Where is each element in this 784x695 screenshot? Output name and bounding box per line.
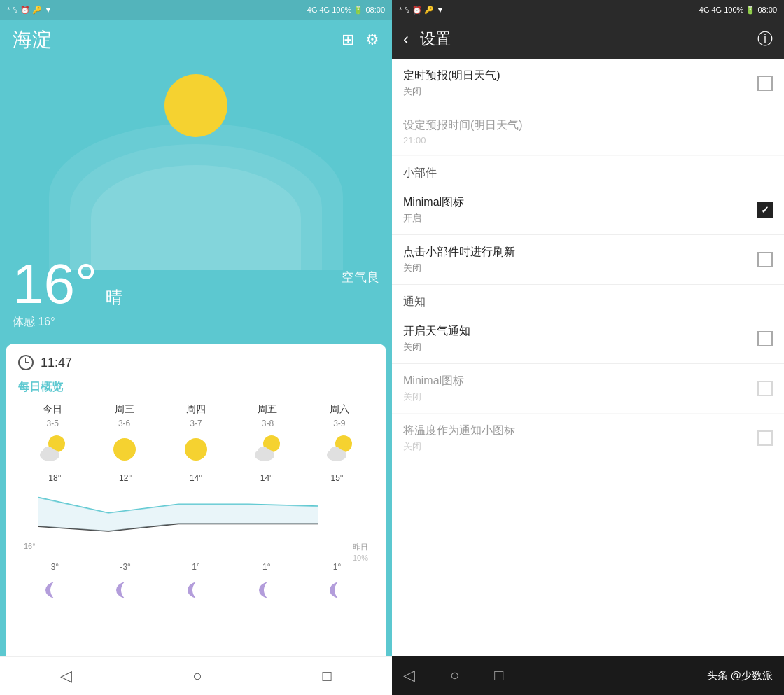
settings-item-title-5: Minimal图标 xyxy=(403,374,757,388)
forecast-icon-0 xyxy=(37,434,68,465)
grid-icon[interactable]: ⊞ xyxy=(342,31,354,49)
forecast-day-2: 周四 xyxy=(186,403,206,416)
time-display: 11:47 xyxy=(41,356,72,370)
home-nav-icon-left[interactable]: ○ xyxy=(192,667,202,685)
svg-point-2 xyxy=(43,447,54,458)
right-panel: * ℕ ⏰ 🔑 ▼ 4G 4G 100% 🔋 08:00 ‹ 设置 ⓘ 定时预报… xyxy=(392,0,784,695)
status-bar-left: * ℕ ⏰ 🔑 ▼ 4G 4G 100% 🔋 08:00 xyxy=(0,0,392,20)
high-2: 14° xyxy=(161,473,232,483)
status-icons-right: * ℕ ⏰ 🔑 ▼ xyxy=(399,6,444,15)
recent-nav-icon-left[interactable]: □ xyxy=(323,667,332,685)
sky-area xyxy=(0,60,392,256)
nav-bar-right: ◁ ○ □ 头条 @少数派 xyxy=(392,656,784,695)
info-icon[interactable]: ⓘ xyxy=(757,29,773,50)
weather-card: 11:47 每日概览 今日 3-5 周三 3-6 xyxy=(6,344,386,656)
svg-point-4 xyxy=(185,438,207,461)
settings-item-title-1: 设定预报时间(明日天气) xyxy=(403,118,773,133)
nav-bar-left: ◁ ○ □ xyxy=(0,656,392,695)
settings-item-title-4: 开启天气通知 xyxy=(403,324,757,339)
temp-row: 16° 晴 体感 16° 空气良 xyxy=(13,256,379,330)
forecast-date-0: 3-5 xyxy=(47,419,59,428)
forecast-date-4: 3-9 xyxy=(333,419,345,428)
svg-point-10 xyxy=(330,447,341,458)
settings-item-text-5: Minimal图标 关闭 xyxy=(403,374,757,403)
settings-item-scheduled-forecast[interactable]: 定时预报(明日天气) 关闭 xyxy=(392,59,784,108)
moon-icon-3 xyxy=(253,576,281,604)
forecast-icon-2 xyxy=(181,434,211,465)
forecast-col-1: 周三 3-6 xyxy=(90,403,158,468)
top-bar-left: 海淀 ⊞ ⚙ xyxy=(0,20,392,60)
settings-item-subtitle-3: 关闭 xyxy=(403,262,757,274)
moon-icon-2 xyxy=(182,576,210,604)
settings-item-text-6: 将温度作为通知小图标 关闭 xyxy=(403,423,757,453)
settings-title: 设置 xyxy=(420,29,746,50)
home-nav-icon-right[interactable]: ○ xyxy=(450,666,459,685)
back-button[interactable]: ‹ xyxy=(403,29,409,49)
settings-item-minimal-widget[interactable]: Minimal图标 开启 xyxy=(392,185,784,235)
graph-container: 16° 昨日 10% xyxy=(18,483,374,562)
temperature: 16° xyxy=(13,253,97,315)
settings-item-title-6: 将温度作为通知小图标 xyxy=(403,423,757,438)
settings-item-weather-notification[interactable]: 开启天气通知 关闭 xyxy=(392,314,784,364)
settings-item-title-2: Minimal图标 xyxy=(403,195,757,210)
settings-item-set-time: 设定预报时间(明日天气) 21:00 xyxy=(392,108,784,156)
checkbox-0[interactable] xyxy=(757,76,773,91)
arc3 xyxy=(91,165,301,270)
moon-icon-0 xyxy=(40,576,68,604)
watermark: 头条 @少数派 xyxy=(707,669,773,682)
svg-point-7 xyxy=(258,447,269,458)
forecast-icon-4 xyxy=(324,434,355,465)
settings-content: 定时预报(明日天气) 关闭 设定预报时间(明日天气) 21:00 小部件 Min… xyxy=(392,59,784,656)
settings-item-subtitle-0: 关闭 xyxy=(403,85,757,98)
feels-like: 体感 16° xyxy=(13,315,122,330)
forecast-date-2: 3-7 xyxy=(190,419,202,428)
high-4: 15° xyxy=(302,473,372,483)
weather-desc: 晴 xyxy=(106,288,122,307)
temp-low-row: 3° -3° 1° 1° 1° xyxy=(18,562,374,572)
section-widget: 小部件 xyxy=(392,156,784,185)
nav-bar-right-left: ◁ ○ □ xyxy=(403,666,504,685)
settings-item-text-1: 设定预报时间(明日天气) 21:00 xyxy=(403,118,773,146)
checkbox-5 xyxy=(757,381,773,396)
svg-marker-11 xyxy=(38,498,318,531)
settings-item-subtitle-5: 关闭 xyxy=(403,391,757,403)
recent-nav-icon-right[interactable]: □ xyxy=(494,666,503,685)
status-right-right: 4G 4G 100% 🔋 08:00 xyxy=(699,6,777,15)
settings-item-minimal-notification: Minimal图标 关闭 xyxy=(392,364,784,414)
high-3: 14° xyxy=(231,473,302,483)
low-1: -3° xyxy=(90,562,161,572)
city-name: 海淀 xyxy=(13,27,52,53)
checkbox-4[interactable] xyxy=(757,331,773,346)
settings-icon[interactable]: ⚙ xyxy=(365,31,379,49)
forecast-day-3: 周五 xyxy=(258,403,277,416)
high-0: 18° xyxy=(20,473,90,483)
forecast-col-0: 今日 3-5 xyxy=(18,403,87,468)
back-nav-icon-left[interactable]: ◁ xyxy=(60,667,72,685)
svg-point-3 xyxy=(113,438,136,461)
settings-item-text-4: 开启天气通知 关闭 xyxy=(403,324,757,353)
temp-high-row: 18° 12° 14° 14° 15° xyxy=(18,473,374,483)
low-0: 3° xyxy=(20,562,90,572)
yesterday-high-label: 昨日 xyxy=(353,542,368,552)
settings-item-subtitle-4: 关闭 xyxy=(403,341,757,353)
status-icons-left: * ℕ ⏰ 🔑 ▼ xyxy=(7,6,52,15)
top-bar-right: ‹ 设置 ⓘ xyxy=(392,20,784,59)
low-2: 1° xyxy=(161,562,232,572)
temperature-graph xyxy=(21,483,371,539)
air-quality: 空气良 xyxy=(342,269,379,286)
settings-item-click-refresh[interactable]: 点击小部件时进行刷新 关闭 xyxy=(392,235,784,285)
back-nav-icon-right[interactable]: ◁ xyxy=(403,666,415,685)
forecast-day-1: 周三 xyxy=(115,403,134,416)
percent-label: 10% xyxy=(353,554,368,562)
settings-item-text-3: 点击小部件时进行刷新 关闭 xyxy=(403,245,757,274)
checkbox-2[interactable] xyxy=(757,202,773,218)
top-icons: ⊞ ⚙ xyxy=(342,31,379,49)
checkbox-3[interactable] xyxy=(757,252,773,267)
settings-item-title-0: 定时预报(明日天气) xyxy=(403,69,757,83)
settings-item-text-2: Minimal图标 开启 xyxy=(403,195,757,225)
settings-item-title-3: 点击小部件时进行刷新 xyxy=(403,245,757,260)
weather-info: 16° 晴 体感 16° 空气良 xyxy=(0,256,392,337)
left-panel: * ℕ ⏰ 🔑 ▼ 4G 4G 100% 🔋 08:00 海淀 ⊞ ⚙ 16° … xyxy=(0,0,392,695)
low-3: 1° xyxy=(231,562,302,572)
moon-icon-4 xyxy=(324,576,352,604)
